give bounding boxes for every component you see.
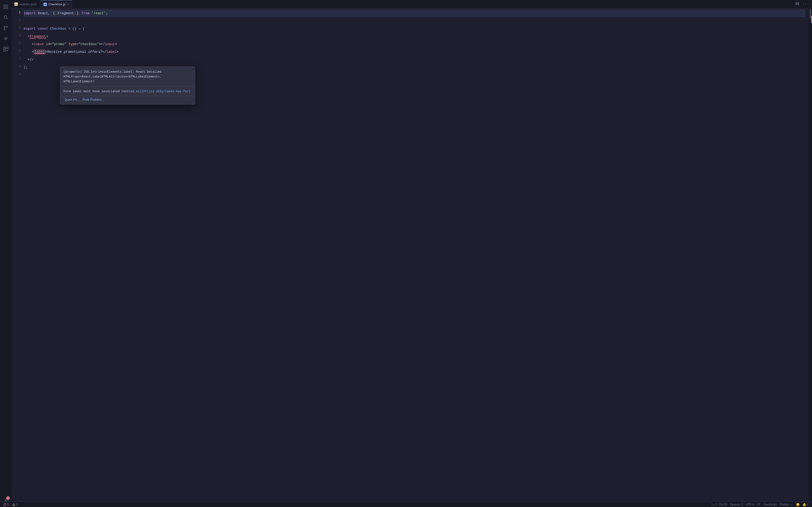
tooltip-line2: HTMLProps<React.LabelHTMLAttributes<HTML… — [63, 74, 192, 79]
tooltip-error-section: Form label must have associated control … — [60, 87, 195, 96]
error-count: 1 — [7, 503, 9, 506]
svg-point-9 — [5, 38, 6, 39]
tab-checkbox[interactable]: JS Checkbox.js × — [41, 0, 72, 8]
svg-rect-16 — [4, 50, 5, 51]
status-eol[interactable]: LF — [756, 503, 762, 506]
scrollbar-thumb[interactable] — [810, 9, 811, 18]
activity-extensions[interactable] — [1, 44, 11, 54]
status-position[interactable]: Ln 1, Col 26 — [710, 503, 729, 506]
code-line-5: <input id="promo" type="checkbox"></inpu… — [24, 40, 805, 48]
svg-point-17 — [5, 500, 6, 501]
tooltip-error-code: eslint(jsx-a11y/label-has-for) — [136, 90, 191, 93]
activity-git[interactable] — [1, 23, 11, 33]
status-notifications-text: 🔔 1 — [803, 503, 809, 506]
code-line-2 — [24, 17, 805, 25]
activity-debug[interactable] — [1, 34, 11, 44]
status-errors[interactable]: 1 — [2, 502, 10, 507]
code-editor[interactable]: 1 2 3 4 5 6 7 8 9 import React, { Fragme… — [12, 8, 809, 502]
tooltip-actions: Quick Fix... Peek Problem — [60, 96, 195, 104]
code-line-6: <label>Receive promotional offers?</labe… — [24, 48, 805, 56]
peek-problem-button[interactable]: Peek Problem — [82, 98, 103, 102]
tooltip-popup: (property) JSX.IntrinsicElements.label: … — [60, 66, 195, 105]
tab-checkbox-label: Checkbox.js — [48, 2, 65, 6]
split-editor-button[interactable] — [794, 1, 800, 8]
svg-rect-15 — [6, 47, 8, 49]
status-language-text: JavaScript — [763, 503, 777, 506]
line-numbers: 1 2 3 4 5 6 7 8 9 — [12, 8, 24, 78]
more-actions-button[interactable]: ··· — [801, 1, 810, 7]
status-encoding[interactable]: UTF-8 — [745, 503, 756, 506]
svg-point-4 — [4, 16, 7, 18]
status-eol-text: LF — [757, 503, 761, 506]
svg-rect-14 — [4, 47, 5, 49]
code-line-4: <Fragment> — [24, 33, 805, 40]
status-right: Ln 1, Col 26 Spaces: 2 UTF-8 LF JavaScri… — [710, 503, 810, 506]
editor-container: 1 2 3 4 5 6 7 8 9 import React, { Fragme… — [12, 8, 812, 502]
status-language[interactable]: JavaScript — [762, 503, 778, 506]
status-bar: 1 0 Ln 1, Col 26 Spaces: 2 UTF-8 LF Java… — [0, 502, 812, 507]
tooltip-line1: (property) JSX.IntrinsicElements.label: … — [63, 69, 192, 74]
svg-rect-0 — [4, 5, 5, 6]
warning-icon — [12, 503, 15, 506]
eslintrc-file-icon: { } — [14, 2, 18, 6]
tab-close-button[interactable]: × — [67, 3, 69, 6]
settings-badge: 1 — [6, 496, 10, 500]
status-formatter[interactable]: Prettier: ✓ — [778, 503, 795, 506]
status-position-text: Ln 1, Col 26 — [711, 503, 727, 506]
scrollbar-track[interactable] — [809, 8, 812, 502]
svg-rect-2 — [4, 7, 5, 9]
tab-eslintrc[interactable]: { } .eslintrc.json — [12, 0, 41, 8]
svg-point-24 — [13, 505, 14, 505]
svg-rect-18 — [796, 2, 797, 5]
keyword-import: import — [24, 11, 36, 15]
tab-actions: ··· — [794, 0, 812, 8]
tooltip-line3: HTMLLabelElement> — [63, 79, 192, 84]
tab-bar: { } .eslintrc.json JS Checkbox.js × ··· — [12, 0, 812, 8]
code-line-1: import React, { Fragment } from 'react'; — [24, 9, 805, 17]
tooltip-type-info: (property) JSX.IntrinsicElements.label: … — [60, 67, 195, 87]
status-warnings[interactable]: 0 — [11, 502, 19, 507]
svg-point-6 — [4, 26, 5, 27]
quick-fix-button[interactable]: Quick Fix... — [63, 98, 81, 102]
error-icon — [3, 503, 6, 506]
svg-rect-19 — [798, 2, 799, 5]
status-formatter-text: Prettier: ✓ — [780, 503, 793, 506]
svg-rect-1 — [6, 5, 8, 6]
activity-bar: 1 — [0, 0, 12, 507]
status-emoji-icon: 😊 — [796, 503, 800, 506]
svg-rect-3 — [6, 7, 8, 9]
code-line-7: <// — [24, 56, 805, 63]
tab-eslintrc-label: .eslintrc.json — [19, 2, 37, 6]
status-notifications[interactable]: 🔔 1 — [801, 503, 810, 506]
checkbox-file-icon: JS — [44, 3, 47, 6]
warning-count: 0 — [16, 503, 18, 506]
status-emoji[interactable]: 😊 — [795, 503, 801, 506]
status-encoding-text: UTF-8 — [746, 503, 754, 506]
tooltip-error-msg: Form label must have associated control — [63, 90, 134, 93]
status-spaces[interactable]: Spaces: 2 — [729, 503, 744, 506]
status-spaces-text: Spaces: 2 — [730, 503, 743, 506]
activity-search[interactable] — [1, 12, 11, 22]
svg-point-7 — [4, 29, 5, 30]
activity-explorer[interactable] — [1, 2, 11, 12]
svg-line-5 — [6, 18, 8, 19]
code-line-3: export const Checkbox = () ⇒ ( — [24, 25, 805, 33]
